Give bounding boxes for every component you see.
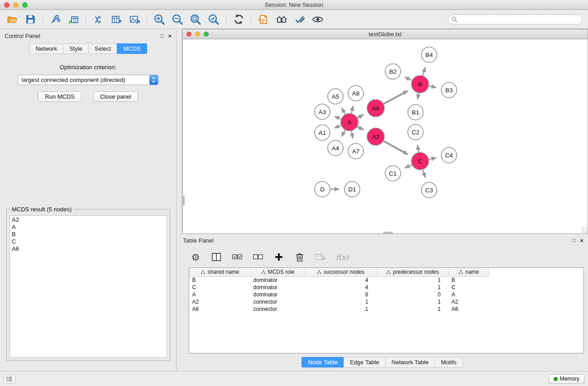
save-session-icon[interactable] [24, 14, 36, 25]
tab-select[interactable]: Select [88, 43, 117, 54]
dropdown-stepper-icon[interactable] [149, 75, 158, 85]
new-table-icon[interactable] [110, 14, 122, 25]
float-table-panel-icon[interactable]: □ [572, 238, 575, 243]
result-item[interactable]: C [12, 238, 165, 245]
edge-A2-C[interactable] [384, 141, 408, 154]
edge-A-A8[interactable] [351, 106, 353, 113]
resize-grip[interactable] [582, 228, 587, 233]
search-input[interactable] [448, 14, 583, 24]
node-C4[interactable]: C4 [441, 148, 457, 163]
edge-A-A2[interactable] [358, 127, 363, 130]
node-C2[interactable]: C2 [408, 124, 423, 140]
node-A4[interactable]: A4 [328, 140, 343, 156]
column-header[interactable]: shared name [190, 268, 251, 276]
mcds-result-list[interactable]: A2ABCA6 [10, 215, 167, 357]
select-all-columns-icon[interactable] [232, 252, 243, 262]
node-D[interactable]: D [315, 181, 330, 197]
vertical-scrollbar[interactable] [183, 195, 185, 205]
node-B2[interactable]: B2 [385, 64, 401, 79]
export-image-icon[interactable] [129, 14, 140, 25]
close-panel-icon[interactable]: × [168, 33, 172, 39]
zoom-selected-icon[interactable] [208, 14, 220, 25]
tab-network[interactable]: Network [29, 43, 63, 54]
result-item[interactable]: B [12, 231, 165, 238]
edge-C-C2[interactable] [418, 145, 419, 152]
function-builder-icon[interactable]: f(x) [336, 253, 348, 262]
result-item[interactable]: A2 [12, 216, 165, 224]
create-column-plus-icon[interactable] [273, 252, 284, 262]
node-B4[interactable]: B4 [421, 47, 437, 62]
node-A2[interactable]: A2 [367, 128, 384, 145]
node-table-container[interactable]: shared nameMCDS rolesuccessor nodesprede… [189, 267, 584, 353]
network-from-clipboard-icon[interactable] [258, 14, 269, 25]
tab-motifs[interactable]: Motifs [435, 357, 463, 367]
table-row[interactable]: Adominator80A [190, 291, 489, 298]
column-header[interactable]: MCDS role [251, 268, 305, 276]
result-item[interactable]: A6 [12, 245, 165, 253]
node-C[interactable]: C [411, 152, 429, 170]
table-row[interactable]: Cdominator41C [190, 284, 489, 291]
edge-B-B4[interactable] [423, 67, 425, 76]
delete-table-icon[interactable] [315, 252, 326, 262]
edge-A-A5[interactable] [342, 108, 345, 114]
edge-A-A6[interactable] [358, 115, 363, 118]
edge-A-A3[interactable] [335, 116, 341, 119]
edge-B-B3[interactable] [429, 86, 436, 87]
node-C3[interactable]: C3 [421, 182, 437, 198]
delete-column-trash-icon[interactable] [294, 252, 305, 262]
column-header[interactable]: predecessor nodes [377, 268, 449, 276]
close-panel-button[interactable]: Close panel [93, 91, 138, 102]
table-settings-gear-icon[interactable]: ⚙ [190, 252, 201, 262]
column-header[interactable]: name [449, 268, 489, 276]
show-hide-eye-icon[interactable] [312, 14, 324, 25]
apply-layout-icon[interactable] [233, 14, 244, 25]
node-A1[interactable]: A1 [315, 125, 330, 140]
home-networks-icon[interactable] [276, 14, 287, 25]
edge-C-C1[interactable] [405, 165, 411, 168]
tab-node-table[interactable]: Node Table [301, 357, 344, 367]
tab-style[interactable]: Style [63, 43, 89, 54]
node-A6[interactable]: A6 [367, 100, 384, 117]
zoom-out-icon[interactable] [172, 14, 183, 25]
network-canvas[interactable]: B4B2BB3A5A8A6B1A3AA1C2A2A4A7C4C1CC3DD1 [183, 39, 588, 234]
node-A3[interactable]: A3 [315, 104, 330, 119]
node-A5[interactable]: A5 [328, 89, 343, 104]
edge-A-A4[interactable] [342, 130, 345, 137]
edge-C-C3[interactable] [423, 170, 425, 177]
edge-C-C4[interactable] [429, 158, 436, 159]
node-B3[interactable]: B3 [441, 82, 457, 98]
edge-A6-B[interactable] [384, 91, 408, 104]
zoom-in-icon[interactable] [153, 14, 165, 25]
node-A8[interactable]: A8 [348, 86, 363, 101]
annotation-pen-icon[interactable] [294, 14, 306, 25]
show-columns-icon[interactable] [211, 252, 222, 262]
open-session-icon[interactable] [6, 14, 18, 25]
tab-edge-table[interactable]: Edge Table [344, 357, 386, 367]
tab-network-table[interactable]: Network Table [385, 357, 435, 367]
edge-B-B2[interactable] [405, 77, 412, 80]
memory-button[interactable]: Memory [549, 374, 584, 384]
result-item[interactable]: A [12, 224, 165, 231]
deselect-all-columns-icon[interactable] [253, 252, 263, 262]
node-B[interactable]: B [411, 76, 429, 93]
float-panel-icon[interactable]: □ [160, 33, 163, 38]
node-A7[interactable]: A7 [348, 143, 363, 159]
import-table-icon[interactable] [67, 14, 79, 25]
table-row[interactable]: A2connector11A2 [190, 298, 489, 305]
task-history-button[interactable] [4, 375, 15, 383]
table-row[interactable]: Bdominator41B [190, 276, 489, 284]
edge-B-B1[interactable] [418, 93, 419, 100]
node-D1[interactable]: D1 [344, 181, 360, 197]
import-network-icon[interactable] [49, 14, 61, 25]
edge-A-A7[interactable] [351, 131, 353, 138]
network-window-titlebar[interactable]: testGlobe.txt [183, 29, 588, 39]
close-table-panel-icon[interactable]: × [580, 238, 583, 243]
node-B1[interactable]: B1 [408, 105, 423, 120]
network-from-selection-icon[interactable] [92, 14, 104, 25]
tab-mcds[interactable]: MCDS [117, 43, 147, 54]
run-mcds-button[interactable]: Run MCDS [38, 91, 81, 102]
optimization-criterion-dropdown[interactable]: largest connected component (directed) [18, 75, 159, 85]
edge-A-A1[interactable] [335, 125, 341, 128]
column-header[interactable]: successor nodes [305, 268, 377, 276]
node-C1[interactable]: C1 [385, 166, 401, 181]
